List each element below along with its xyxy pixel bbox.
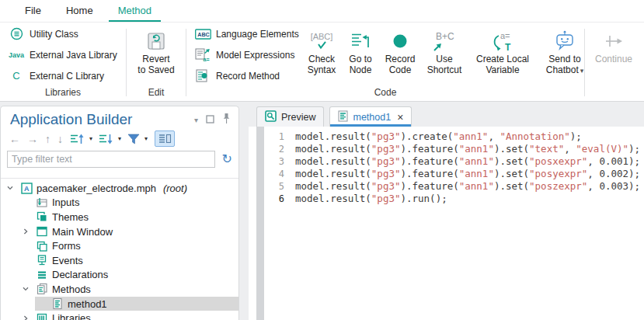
svg-text:T: T [505, 42, 511, 53]
pin-icon[interactable] [222, 113, 231, 127]
ribbon-group-code: ABC Language Elements a= Model Expressio… [186, 23, 584, 101]
code-editor[interactable]: 1model.result("pg3").create("ann1", "Ann… [249, 127, 644, 320]
ribbon-tab-bar: File Home Method [0, 0, 644, 22]
record-method-button[interactable]: Record Method [191, 66, 298, 86]
tree-item-label: Methods [52, 283, 91, 295]
chevron-down-icon: ▾ [580, 67, 584, 75]
breakpoint-gutter[interactable] [256, 127, 264, 320]
utility-class-label: Utility Class [30, 29, 78, 40]
code-line-5[interactable]: 5model.result("pg3").feature("ann1").set… [264, 180, 644, 193]
tab-preview[interactable]: Preview [256, 106, 324, 127]
chevron-down-icon[interactable]: ▾ [144, 135, 149, 142]
tree-item-method1[interactable]: method1 [1, 297, 238, 311]
tree-chevron-collapsed-icon[interactable] [19, 315, 32, 320]
tree-item-label: pacemaker_electrode.mph [37, 183, 156, 194]
tree-item-pacemaker-electrode-mph[interactable]: Apacemaker_electrode.mph(root) [1, 181, 238, 196]
tree-item-events[interactable]: Events [1, 253, 238, 268]
code-line-4[interactable]: 4model.result("pg3").feature("ann1").set… [264, 168, 644, 180]
tab-preview-label: Preview [281, 112, 315, 123]
revert-to-saved-button[interactable]: Revert to Saved [131, 23, 181, 87]
line-number: 3 [264, 155, 295, 168]
code-line-1[interactable]: 1model.result("pg3").create("ann1", "Ann… [264, 130, 644, 143]
continue-label: Continue [595, 54, 632, 64]
expand-all-icon[interactable] [96, 131, 116, 147]
continue-button[interactable]: Continue [587, 23, 641, 87]
chevron-down-icon[interactable]: ▾ [118, 135, 123, 142]
show-details-toggle[interactable] [155, 130, 175, 147]
libraries-icon [36, 312, 48, 320]
ribbon-group-libraries: Utility Class Java External Java Library… [0, 23, 126, 101]
tree-item-libraries[interactable]: Libraries [1, 311, 238, 320]
code-line-3[interactable]: 3model.result("pg3").feature("ann1").set… [264, 155, 644, 168]
record-code-line1: Record [385, 54, 416, 64]
tab-method1[interactable]: method1 × [329, 106, 412, 127]
panel-title: Application Builder [10, 111, 194, 128]
record-code-icon [391, 28, 409, 54]
tree-chevron-expanded-icon[interactable] [19, 285, 32, 293]
go-to-node-button[interactable]: Go to Node [343, 23, 378, 87]
send-to-chatbot-button[interactable]: Send to Chatbot▾ [539, 23, 590, 87]
svg-text:ABC: ABC [197, 31, 210, 38]
tree-item-methods[interactable]: Methods [1, 282, 238, 297]
utility-class-button[interactable]: Utility Class [5, 24, 121, 44]
events-icon [36, 254, 48, 266]
code-text: ); [628, 143, 640, 155]
code-string: "pg3" [371, 180, 401, 193]
tree-item-label: method1 [68, 298, 107, 310]
main-window-icon [36, 225, 48, 238]
use-shortcut-button[interactable]: B+C Use Shortcut [423, 23, 466, 87]
panel-menu-chevron-icon[interactable]: ▾ [194, 116, 198, 124]
language-elements-button[interactable]: ABC Language Elements [191, 24, 298, 44]
external-c-library-button[interactable]: C External C Library [5, 66, 121, 86]
revert-label-line1: Revert [138, 54, 174, 64]
back-arrow-icon[interactable]: ← [7, 131, 23, 147]
tree-item-declarations[interactable]: Declarations [1, 268, 238, 283]
declarations-icon [36, 269, 48, 281]
filter-icon[interactable] [125, 131, 142, 147]
tree-item-forms[interactable]: Forms [1, 238, 238, 253]
preview-icon [265, 110, 277, 124]
code-text: model.result( [295, 180, 371, 193]
code-text: ).set( [494, 168, 529, 180]
collapse-all-icon[interactable] [68, 131, 87, 147]
tree-chevron-collapsed-icon[interactable] [19, 228, 32, 235]
move-down-icon[interactable]: ↓ [55, 131, 65, 147]
record-code-button[interactable]: Record Code [381, 23, 419, 87]
filter-input[interactable] [7, 151, 215, 168]
code-string: "pg3" [371, 193, 401, 205]
code-string: "pg3" [371, 143, 401, 155]
tree-item-label: Events [52, 255, 83, 266]
utility-class-icon [7, 27, 26, 40]
code-line-6[interactable]: 6model.result("pg3").run(); [264, 193, 644, 205]
code-text: , 0.001); [587, 155, 640, 168]
svg-text:B+C: B+C [436, 31, 454, 42]
tree-chevron-expanded-icon[interactable] [4, 184, 16, 192]
move-up-icon[interactable]: ↑ [43, 131, 53, 147]
external-c-library-label: External C Library [30, 71, 104, 82]
check-syntax-button[interactable]: [ABC] Check Syntax [303, 23, 340, 87]
tab-home[interactable]: Home [57, 0, 103, 22]
line-number: 1 [264, 130, 295, 143]
tree-item-label: Declarations [52, 269, 108, 280]
model-expressions-button[interactable]: a= Model Expressions [191, 45, 298, 65]
refresh-icon[interactable]: ↻ [222, 153, 232, 165]
forward-arrow-icon[interactable]: → [25, 131, 40, 147]
tab-file[interactable]: File [16, 0, 50, 22]
group-label-code: Code [186, 87, 584, 101]
code-line-2[interactable]: 2model.result("pg3").feature("ann1").set… [264, 143, 644, 155]
ribbon-body: Utility Class Java External Java Library… [0, 22, 644, 101]
chevron-down-icon[interactable]: ▾ [89, 135, 94, 142]
close-tab-icon[interactable]: × [397, 113, 403, 122]
external-java-library-button[interactable]: Java External Java Library [5, 45, 121, 65]
panel-toolbar: ← → ↑ ↓ ▾ ▾ ▾ [1, 128, 238, 149]
create-local-variable-button[interactable]: a=T Create Local Variable [469, 23, 536, 87]
float-window-icon[interactable] [206, 113, 214, 127]
tree-item-inputs[interactable]: Inputs [1, 196, 238, 210]
tab-method[interactable]: Method [109, 0, 161, 22]
tree-item-main-window[interactable]: Main Window [1, 224, 238, 239]
tree-item-themes[interactable]: Themes [1, 210, 238, 224]
code-text: ).feature( [400, 180, 458, 193]
code-text: model.result( [295, 130, 371, 143]
code-text: ).create( [400, 130, 453, 143]
filter-row: ↻ [1, 149, 238, 172]
